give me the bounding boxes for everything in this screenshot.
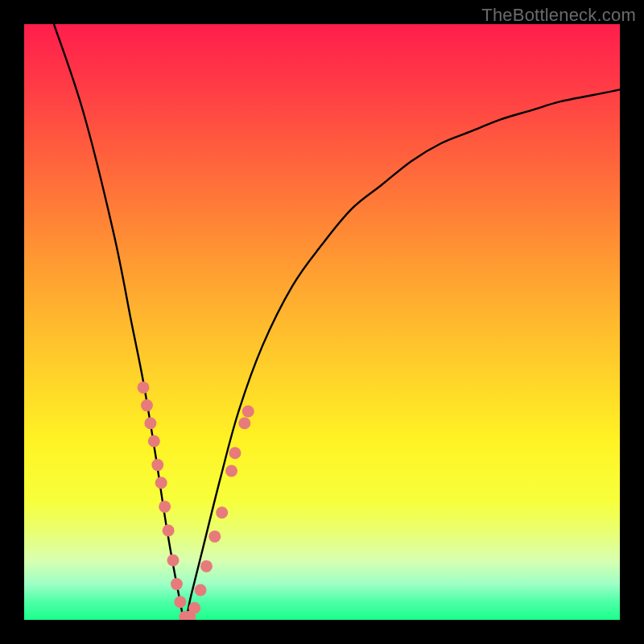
data-dot bbox=[200, 560, 213, 572]
chart-svg bbox=[24, 24, 620, 620]
data-dot bbox=[242, 406, 254, 418]
bottleneck-curve bbox=[54, 24, 620, 620]
data-dot bbox=[151, 459, 163, 471]
data-dot bbox=[174, 596, 186, 608]
data-dot bbox=[216, 506, 228, 518]
data-dot bbox=[148, 436, 160, 448]
data-dot bbox=[138, 382, 150, 394]
data-dot bbox=[163, 525, 175, 537]
data-dot bbox=[238, 417, 250, 429]
plot-area bbox=[24, 24, 620, 620]
data-dot bbox=[144, 417, 156, 429]
data-dot bbox=[188, 602, 200, 614]
data-dot bbox=[195, 584, 207, 597]
watermark-text: TheBottleneck.com bbox=[481, 5, 636, 26]
data-dot bbox=[159, 501, 171, 513]
data-dot bbox=[208, 530, 221, 543]
data-dot bbox=[155, 477, 167, 489]
data-dot bbox=[171, 578, 183, 590]
data-dot bbox=[229, 447, 241, 459]
chart-frame: TheBottleneck.com bbox=[0, 0, 644, 644]
data-dot bbox=[167, 555, 180, 567]
data-dot bbox=[141, 399, 153, 411]
data-dot bbox=[225, 465, 237, 477]
